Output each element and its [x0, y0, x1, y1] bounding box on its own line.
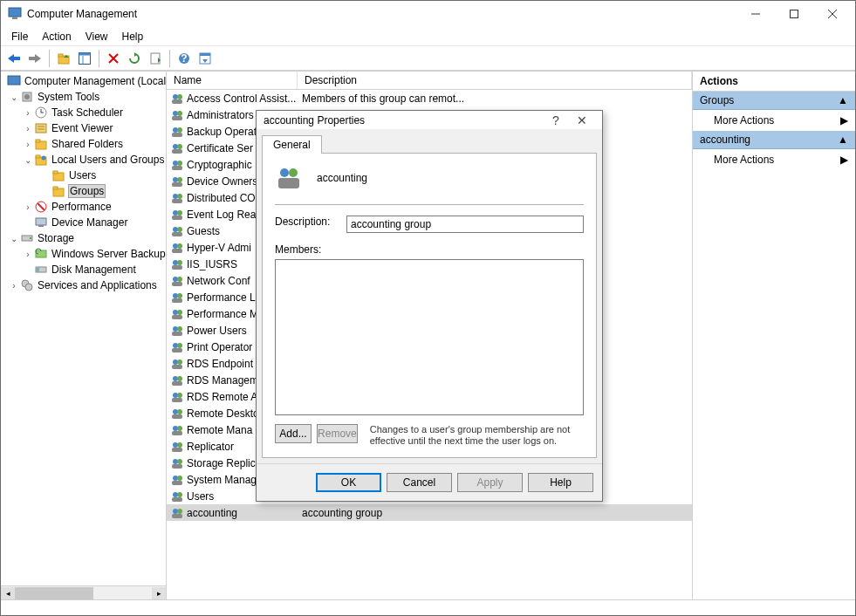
svg-rect-114 — [172, 414, 182, 419]
actions-groups-more[interactable]: More Actions▶ — [693, 110, 855, 131]
dialog-close-button[interactable]: ✕ — [569, 113, 595, 127]
svg-rect-1 — [12, 17, 17, 19]
window-title: Computer Management — [27, 8, 736, 20]
svg-rect-47 — [38, 225, 44, 227]
group-icon — [170, 423, 184, 437]
row-description: Members of this group can remot... — [302, 92, 464, 105]
svg-point-134 — [289, 168, 298, 177]
actions-accounting-more[interactable]: More Actions▶ — [693, 149, 855, 170]
tree-windows-backup[interactable]: ›Windows Server Backup — [1, 246, 166, 262]
tree-root[interactable]: ▸Computer Management (Local — [1, 73, 166, 89]
svg-point-116 — [177, 426, 182, 431]
toolbar: ? — [1, 46, 855, 71]
remove-button[interactable]: Remove — [317, 424, 358, 443]
menu-view[interactable]: View — [79, 29, 115, 44]
svg-point-119 — [177, 442, 182, 448]
svg-point-49 — [30, 237, 31, 239]
tree-task-scheduler[interactable]: ›Task Scheduler — [1, 105, 166, 120]
actions-accounting-header[interactable]: accounting▲ — [693, 131, 855, 149]
tree-storage[interactable]: ⌄Storage — [1, 230, 166, 246]
svg-rect-3 — [791, 10, 798, 18]
minimize-button[interactable] — [736, 1, 775, 27]
refresh-button[interactable] — [125, 49, 144, 68]
svg-rect-52 — [36, 267, 39, 272]
group-icon — [170, 224, 184, 238]
export-button[interactable] — [146, 49, 165, 68]
svg-point-28 — [24, 94, 30, 99]
column-name[interactable]: Name — [167, 72, 298, 89]
svg-rect-46 — [36, 218, 46, 225]
list-row[interactable]: accountingaccounting group — [167, 504, 692, 521]
show-hide-button[interactable] — [75, 49, 94, 68]
menu-help[interactable]: Help — [115, 29, 151, 44]
group-icon — [275, 164, 303, 192]
svg-rect-87 — [172, 265, 182, 270]
tree-performance[interactable]: ›Performance — [1, 199, 166, 215]
dialog-help-button-2[interactable]: Help — [528, 473, 593, 492]
tree-shared-folders[interactable]: ›Shared Folders — [1, 136, 166, 152]
dialog-title: accounting Properties — [264, 114, 543, 127]
menu-action[interactable]: Action — [35, 29, 78, 44]
group-icon — [170, 158, 184, 172]
tree-services-apps[interactable]: ›Services and Applications — [1, 277, 166, 293]
tree-local-users-groups[interactable]: ⌄Local Users and Groups — [1, 152, 166, 168]
svg-rect-14 — [79, 52, 91, 55]
ok-button[interactable]: OK — [316, 473, 381, 492]
svg-rect-57 — [172, 99, 182, 104]
group-icon — [170, 407, 184, 421]
group-icon — [170, 108, 184, 122]
chevron-right-icon: ▶ — [840, 114, 848, 127]
group-icon — [170, 125, 184, 139]
up-button[interactable] — [54, 49, 73, 68]
close-button[interactable] — [813, 1, 852, 27]
members-listbox[interactable] — [275, 259, 584, 415]
svg-rect-26 — [8, 76, 20, 85]
svg-rect-38 — [36, 155, 40, 158]
dialog-help-button[interactable]: ? — [543, 113, 569, 127]
tree-device-manager[interactable]: ·Device Manager — [1, 215, 166, 230]
tree-system-tools[interactable]: ⌄System Tools — [1, 89, 166, 105]
row-name: accounting — [187, 507, 302, 519]
svg-rect-24 — [200, 53, 210, 56]
tab-general[interactable]: General — [262, 135, 322, 154]
svg-rect-66 — [172, 149, 182, 154]
svg-rect-123 — [172, 464, 182, 469]
column-description[interactable]: Description — [298, 72, 692, 89]
tree-disk-management[interactable]: ·Disk Management — [1, 262, 166, 277]
tree-event-viewer[interactable]: ›Event Viewer — [1, 120, 166, 136]
group-icon — [170, 307, 184, 321]
svg-marker-6 — [8, 54, 14, 63]
collapse-icon: ▲ — [838, 133, 848, 146]
tree-groups[interactable]: ·Groups — [1, 183, 166, 199]
menu-file[interactable]: File — [4, 29, 35, 44]
description-input[interactable] — [346, 216, 584, 233]
actions-groups-header[interactable]: Groups▲ — [693, 92, 855, 110]
back-button[interactable] — [4, 49, 24, 68]
apply-button[interactable]: Apply — [457, 473, 523, 492]
help-button[interactable]: ? — [175, 49, 194, 68]
delete-button[interactable] — [104, 49, 123, 68]
tree-pane[interactable]: ▸Computer Management (Local ⌄System Tool… — [1, 72, 167, 599]
svg-rect-81 — [172, 232, 182, 236]
properties-button[interactable] — [195, 49, 215, 68]
svg-point-77 — [177, 210, 182, 216]
list-row[interactable]: Access Control Assist...Members of this … — [167, 90, 692, 106]
svg-rect-111 — [172, 398, 182, 402]
svg-point-54 — [25, 284, 32, 291]
group-icon — [170, 340, 184, 354]
maximize-button[interactable] — [775, 1, 813, 27]
svg-point-98 — [177, 326, 182, 332]
tree-users[interactable]: ·Users — [1, 168, 166, 183]
tree-scrollbar[interactable]: ◂▸ — [1, 585, 166, 599]
svg-point-59 — [177, 111, 182, 116]
cancel-button[interactable]: Cancel — [387, 473, 452, 492]
add-button[interactable]: Add... — [275, 424, 312, 443]
forward-button[interactable] — [25, 49, 45, 68]
svg-point-65 — [177, 144, 182, 149]
svg-rect-43 — [53, 187, 58, 189]
svg-point-62 — [177, 127, 182, 133]
group-icon — [170, 373, 184, 387]
svg-rect-93 — [172, 298, 182, 303]
svg-point-56 — [177, 94, 182, 99]
group-icon — [170, 324, 184, 338]
